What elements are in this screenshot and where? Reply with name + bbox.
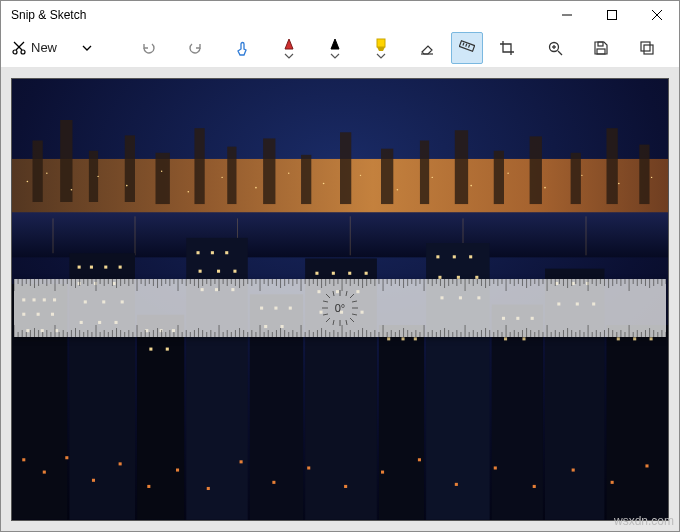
- svg-rect-37: [227, 147, 236, 204]
- chevron-down-icon: [82, 43, 92, 53]
- crop-icon: [499, 40, 515, 56]
- svg-rect-82: [379, 325, 424, 520]
- svg-point-58: [288, 173, 289, 174]
- ruler-tool[interactable]: [451, 32, 483, 64]
- svg-point-68: [651, 177, 652, 178]
- svg-rect-182: [572, 469, 575, 472]
- svg-rect-114: [166, 348, 169, 351]
- svg-rect-42: [420, 141, 429, 205]
- svg-line-514: [346, 291, 347, 296]
- svg-point-64: [507, 173, 508, 174]
- svg-line-518: [323, 314, 328, 315]
- scissors-icon: [11, 40, 27, 56]
- svg-rect-174: [272, 481, 275, 484]
- toolbar-left-group: New: [5, 32, 217, 64]
- minimize-button[interactable]: [544, 1, 589, 28]
- svg-point-53: [126, 185, 128, 187]
- zoom-button[interactable]: [533, 32, 577, 64]
- svg-rect-180: [494, 467, 497, 470]
- svg-rect-86: [607, 325, 669, 520]
- svg-point-50: [46, 173, 47, 174]
- svg-rect-46: [571, 153, 581, 204]
- svg-rect-120: [233, 270, 236, 273]
- svg-point-65: [544, 187, 546, 189]
- svg-line-513: [333, 291, 334, 296]
- svg-point-49: [27, 181, 29, 183]
- crop-tool[interactable]: [485, 32, 529, 64]
- svg-line-512: [326, 318, 330, 322]
- svg-rect-142: [436, 256, 439, 259]
- svg-rect-41: [381, 149, 393, 204]
- svg-rect-144: [469, 256, 472, 259]
- svg-rect-184: [645, 465, 648, 468]
- svg-rect-99: [104, 266, 107, 269]
- svg-line-509: [326, 294, 330, 298]
- svg-rect-179: [455, 483, 458, 486]
- redo-button[interactable]: [173, 32, 217, 64]
- svg-rect-163: [633, 338, 636, 341]
- svg-rect-21: [598, 42, 603, 46]
- ruler-icon: [459, 40, 475, 56]
- svg-rect-39: [301, 155, 311, 204]
- svg-rect-140: [402, 338, 405, 341]
- svg-point-51: [71, 189, 73, 191]
- svg-rect-183: [611, 481, 614, 484]
- svg-marker-11: [377, 47, 385, 51]
- highlighter-tool[interactable]: [359, 32, 403, 64]
- svg-rect-169: [119, 463, 122, 466]
- save-button[interactable]: [579, 32, 623, 64]
- svg-line-14: [463, 43, 464, 46]
- svg-rect-119: [217, 270, 220, 273]
- svg-rect-40: [340, 133, 351, 205]
- ballpoint-pen-tool[interactable]: [267, 32, 311, 64]
- svg-line-510: [350, 318, 354, 322]
- pencil-tool[interactable]: [313, 32, 357, 64]
- svg-rect-129: [315, 272, 318, 275]
- share-button[interactable]: [671, 32, 680, 64]
- svg-rect-22: [597, 49, 605, 54]
- svg-rect-166: [43, 471, 46, 474]
- new-snip-dropdown[interactable]: [65, 32, 109, 64]
- ruler-angle-indicator[interactable]: 0°: [320, 288, 360, 328]
- maximize-button[interactable]: [589, 1, 634, 28]
- svg-rect-171: [176, 469, 179, 472]
- svg-rect-13: [459, 41, 474, 51]
- svg-rect-116: [211, 251, 214, 254]
- svg-point-55: [187, 191, 189, 193]
- svg-rect-131: [348, 272, 351, 275]
- svg-rect-155: [522, 338, 525, 341]
- watermark: wsxdn.com: [614, 514, 674, 528]
- new-snip-button[interactable]: New: [5, 32, 63, 64]
- svg-rect-167: [65, 456, 68, 459]
- svg-point-4: [13, 50, 17, 54]
- svg-rect-33: [89, 151, 98, 202]
- copy-button[interactable]: [625, 32, 669, 64]
- toolbar: New: [1, 28, 679, 68]
- svg-rect-143: [453, 256, 456, 259]
- svg-marker-8: [285, 39, 293, 49]
- svg-line-15: [466, 44, 467, 47]
- canvas-area: 0°: [1, 68, 679, 531]
- svg-rect-162: [617, 338, 620, 341]
- ruler-overlay[interactable]: 0°: [14, 279, 666, 337]
- new-button-label: New: [31, 40, 57, 55]
- svg-line-16: [469, 45, 470, 48]
- svg-rect-132: [365, 272, 368, 275]
- undo-button[interactable]: [127, 32, 171, 64]
- window-controls: [544, 1, 679, 28]
- toolbar-center-group: [221, 32, 529, 64]
- svg-rect-1: [607, 10, 616, 19]
- svg-rect-44: [494, 151, 504, 204]
- svg-rect-117: [225, 251, 228, 254]
- undo-icon: [141, 40, 157, 56]
- svg-point-52: [97, 176, 98, 177]
- svg-rect-164: [650, 338, 653, 341]
- svg-rect-47: [607, 128, 618, 204]
- svg-rect-173: [240, 461, 243, 464]
- touch-writing-button[interactable]: [221, 32, 265, 64]
- eraser-tool[interactable]: [405, 32, 449, 64]
- svg-rect-23: [641, 42, 650, 51]
- close-button[interactable]: [634, 1, 679, 28]
- svg-line-519: [352, 301, 357, 302]
- image-canvas[interactable]: 0°: [11, 78, 669, 521]
